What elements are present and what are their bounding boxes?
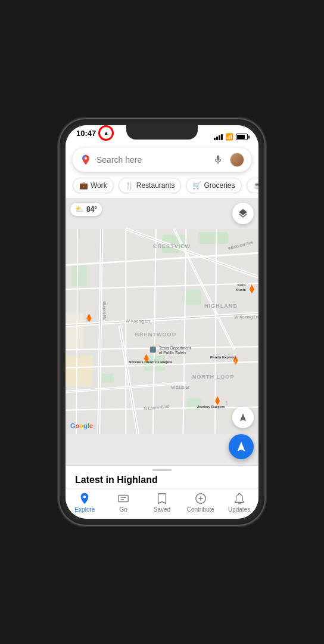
layers-button[interactable] [232, 203, 254, 224]
pill-restaurants[interactable]: 🍴 Restaurants [119, 178, 182, 193]
svg-text:NORTH LOOP: NORTH LOOP [192, 374, 235, 380]
svg-rect-5 [183, 289, 201, 304]
google-watermark: Google [70, 422, 93, 429]
battery-icon [236, 134, 248, 140]
signal-bar-1 [214, 138, 216, 140]
svg-rect-4 [71, 265, 86, 286]
nav-updates[interactable]: Updates [225, 492, 254, 513]
search-bar-container: Search here [66, 143, 258, 175]
svg-text:🍴: 🍴 [85, 317, 90, 322]
nav-saved[interactable]: Saved [147, 492, 177, 513]
pill-work[interactable]: 💼 Work [73, 178, 114, 193]
weather-badge: ⛅ 84° [70, 203, 102, 216]
svg-text:of Public Safety: of Public Safety [159, 351, 186, 355]
status-time: 10:47 ▲ [76, 125, 114, 141]
google-maps-logo [80, 154, 92, 166]
svg-text:Nervous Charlie's Bagels: Nervous Charlie's Bagels [129, 360, 173, 364]
svg-rect-7 [102, 374, 114, 383]
bottom-sheet[interactable]: Latest in Highland [66, 465, 258, 488]
svg-rect-3 [198, 232, 229, 244]
signal-bar-2 [216, 137, 218, 140]
svg-rect-9 [66, 314, 83, 350]
svg-text:🍴: 🍴 [232, 359, 238, 364]
svg-text:Burnet Rd: Burnet Rd [102, 301, 107, 320]
navigate-fab-button[interactable] [229, 434, 254, 459]
navigation-arrow-icon: ▲ [104, 130, 109, 136]
compass-button[interactable] [232, 407, 254, 428]
status-right-icons: 📶 [214, 133, 248, 141]
map-svg: Woodrow Ave Burnet Rd W Koenig Ln W Koen… [66, 198, 258, 465]
avatar-image [230, 153, 244, 167]
restaurants-label: Restaurants [136, 181, 175, 190]
nav-contribute[interactable]: Contribute [186, 492, 216, 513]
direction-icon [238, 413, 248, 422]
signal-icon [214, 134, 223, 140]
temperature-display: 84° [86, 205, 97, 213]
explore-label: Explore [74, 506, 95, 513]
svg-text:Jewboy Burgers: Jewboy Burgers [197, 405, 226, 408]
signal-bar-4 [221, 134, 223, 140]
explore-icon [78, 492, 91, 505]
pill-groceries[interactable]: 🛒 Groceries [186, 178, 241, 193]
navigate-icon [235, 441, 247, 453]
work-icon: 💼 [79, 181, 88, 190]
svg-text:🍴: 🍴 [225, 400, 230, 405]
sheet-handle [152, 469, 172, 471]
go-icon [117, 492, 130, 505]
svg-text:W 51st St: W 51st St [171, 385, 189, 390]
svg-point-0 [85, 157, 87, 159]
microphone-icon[interactable] [211, 153, 225, 167]
saved-icon [155, 492, 169, 505]
user-avatar[interactable] [230, 153, 244, 167]
svg-text:Panda Express: Panda Express [210, 355, 236, 359]
battery-fill [237, 135, 245, 139]
layers-icon [238, 208, 248, 219]
work-label: Work [91, 181, 107, 190]
weather-icon: ⛅ [75, 205, 84, 213]
coffee-icon: ☕ [253, 181, 259, 190]
updates-icon [233, 492, 246, 505]
svg-text:W Koenig Ln: W Koenig Ln [235, 315, 259, 320]
svg-rect-60 [119, 496, 129, 502]
svg-text:HIGHLAND: HIGHLAND [204, 303, 238, 309]
svg-text:Kura: Kura [238, 283, 246, 287]
phone-screen: 10:47 ▲ 📶 [66, 125, 258, 519]
svg-text:CRESTVIEW: CRESTVIEW [153, 243, 191, 249]
groceries-icon: 🛒 [192, 181, 201, 190]
bottom-navigation: Explore Go Saved [66, 488, 258, 519]
svg-rect-10 [66, 356, 93, 386]
go-label: Go [120, 506, 127, 513]
sheet-title: Latest in Highland [75, 475, 249, 485]
svg-text:🍴: 🍴 [153, 358, 158, 363]
wifi-icon: 📶 [225, 133, 233, 141]
category-pills-row: 💼 Work 🍴 Restaurants 🛒 Groceries ☕ Coffe… [66, 175, 258, 198]
contribute-icon [194, 492, 207, 505]
time-display: 10:47 [76, 129, 96, 138]
search-input-wrapper[interactable]: Search here [73, 148, 251, 172]
phone-frame: 10:47 ▲ 📶 [60, 119, 264, 525]
notch [126, 125, 198, 140]
svg-text:W Koenig Ln: W Koenig Ln [126, 319, 150, 324]
contribute-label: Contribute [187, 506, 214, 513]
svg-text:Texas Department: Texas Department [159, 346, 191, 351]
svg-rect-43 [150, 346, 156, 352]
saved-label: Saved [154, 506, 170, 513]
nav-explore[interactable]: Explore [70, 492, 99, 513]
restaurants-icon: 🍴 [125, 181, 134, 190]
nav-go[interactable]: Go [108, 492, 138, 513]
updates-label: Updates [228, 506, 250, 513]
pill-coffee[interactable]: ☕ Coffee [247, 178, 259, 193]
svg-text:Sushi: Sushi [236, 288, 247, 292]
location-active-indicator: ▲ [98, 125, 114, 141]
svg-text:BRENTWOOD: BRENTWOOD [135, 332, 176, 338]
groceries-label: Groceries [204, 181, 235, 190]
signal-bar-3 [219, 135, 220, 140]
map-area[interactable]: Woodrow Ave Burnet Rd W Koenig Ln W Koen… [66, 198, 258, 465]
search-placeholder[interactable]: Search here [96, 155, 206, 165]
